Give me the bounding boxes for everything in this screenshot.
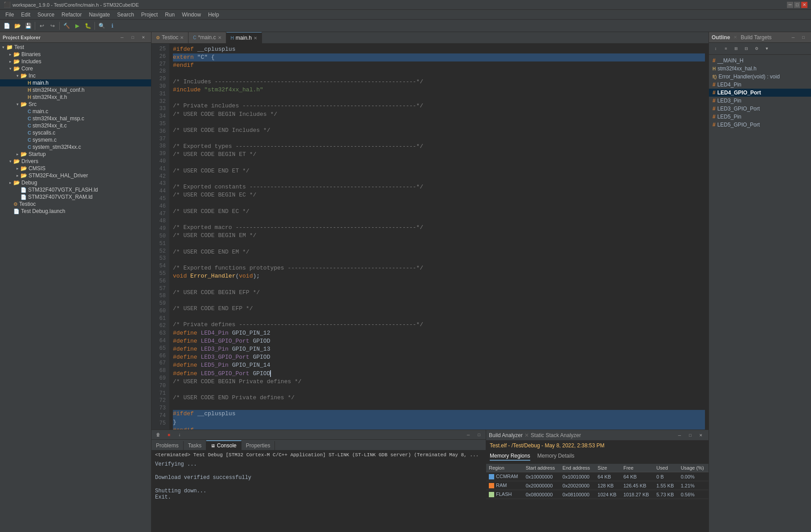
- outline-minimize-button[interactable]: ─: [788, 33, 798, 42]
- pe-maximize-button[interactable]: □: [128, 33, 138, 42]
- open-button[interactable]: 📂: [12, 21, 22, 31]
- code-content[interactable]: #ifdef __cplusplusextern "C" {#endif /* …: [169, 44, 709, 430]
- tree-item-system[interactable]: Csystem_stm32f4xx.c: [0, 143, 151, 151]
- redo-button[interactable]: ↪: [48, 21, 57, 31]
- tree-item-testlaunch[interactable]: 📄Test Debug.launch: [0, 208, 151, 215]
- tab-mainh[interactable]: H main.h ✕: [226, 32, 262, 43]
- tree-item-cmsis[interactable]: ▸📂CMSIS: [0, 165, 151, 172]
- console-maximize-button[interactable]: □: [474, 430, 484, 440]
- tab-properties[interactable]: Properties: [242, 441, 275, 450]
- code-line-31: [173, 94, 705, 102]
- subtab-memory-regions[interactable]: Memory Regions: [490, 452, 530, 461]
- search-toolbar-button[interactable]: 🔍: [97, 21, 106, 31]
- build-button[interactable]: 🔨: [61, 21, 71, 31]
- tab-testioc-close[interactable]: ✕: [180, 35, 184, 40]
- outline-filter-button[interactable]: ≡: [721, 44, 731, 53]
- tree-item-stm32it[interactable]: Cstm32f4xx_it.c: [0, 122, 151, 129]
- outline-sort-button[interactable]: ↕: [711, 44, 721, 53]
- build-targets-tab[interactable]: Build Targets: [741, 34, 771, 41]
- minimize-button[interactable]: ─: [787, 2, 793, 8]
- subtab-memory-details[interactable]: Memory Details: [537, 452, 574, 461]
- outline-item-1[interactable]: Hstm32f4xx_hal.h: [709, 65, 811, 73]
- outline-tab[interactable]: Outline: [712, 34, 730, 41]
- menu-file[interactable]: File: [2, 11, 17, 19]
- console-stop-button[interactable]: ■: [164, 430, 174, 440]
- outline-item-2[interactable]: f()Error_Handler(void) : void: [709, 73, 811, 81]
- tree-item-haldrv[interactable]: ▸📂STM32F4xx_HAL_Driver: [0, 172, 151, 179]
- outline-collapse-button[interactable]: ⊟: [741, 44, 751, 53]
- tree-item-testioc[interactable]: ⚙Testioc: [0, 201, 151, 208]
- tree-item-inc[interactable]: ▾📂Inc: [0, 72, 151, 79]
- title-bar-controls[interactable]: ─ □ ✕: [787, 2, 807, 8]
- outline-item-0[interactable]: #__MAIN_H: [709, 57, 811, 65]
- run-button[interactable]: ▶: [72, 21, 82, 31]
- line-num-45: 45: [153, 195, 166, 203]
- tree-item-mainc[interactable]: Cmain.c: [0, 108, 151, 115]
- outline-item-4[interactable]: #LED4_GPIO_Port: [709, 89, 811, 97]
- outline-item-7[interactable]: #LED5_Pin: [709, 113, 811, 121]
- outline-menu-button[interactable]: ▼: [762, 44, 772, 53]
- tree-item-core[interactable]: ▾📂Core: [0, 65, 151, 72]
- menu-help[interactable]: Help: [205, 11, 223, 19]
- new-file-button[interactable]: 📄: [2, 21, 12, 31]
- tab-mainc-close[interactable]: ✕: [218, 35, 221, 40]
- tree-item-debug[interactable]: ▸📂Debug: [0, 179, 151, 186]
- center-panel: ⚙ Testioc ✕ C *main.c ✕ H main.h ✕ 25262…: [152, 32, 709, 532]
- tree-item-syscalls[interactable]: Csyscalls.c: [0, 129, 151, 136]
- tab-console[interactable]: 🖥 Console: [206, 440, 241, 450]
- build-analyzer-tab[interactable]: Build Analyzer: [489, 432, 523, 438]
- pe-close-button[interactable]: ✕: [139, 33, 148, 42]
- console-scroll-button[interactable]: ↓: [175, 430, 184, 440]
- menu-refactor[interactable]: Refactor: [58, 11, 85, 19]
- tree-item-mainh[interactable]: Hmain.h: [0, 79, 151, 86]
- tree-item-drivers[interactable]: ▾📂Drivers: [0, 158, 151, 165]
- code-editor[interactable]: 2526272829303132333435363738394041424344…: [152, 44, 709, 430]
- outline-maximize-button[interactable]: □: [799, 33, 808, 42]
- tree-item-stm32msp[interactable]: Cstm32f4xx_hal_msp.c: [0, 115, 151, 122]
- tree-item-stm32ith[interactable]: Hstm32f4xx_it.h: [0, 94, 151, 101]
- tree-item-includes[interactable]: ▸📂Includes: [0, 58, 151, 65]
- ba-close-button[interactable]: ✕: [696, 430, 706, 440]
- ba-cell-0-1: 0x20000000: [523, 481, 560, 490]
- ba-minimize-button[interactable]: ─: [675, 430, 684, 440]
- tab-mainh-close[interactable]: ✕: [254, 36, 257, 41]
- undo-button[interactable]: ↩: [37, 21, 47, 31]
- menu-edit[interactable]: Edit: [17, 11, 34, 19]
- console-clear-button[interactable]: 🗑: [153, 430, 163, 440]
- debug-button[interactable]: 🐛: [83, 21, 93, 31]
- close-button[interactable]: ✕: [801, 2, 807, 8]
- tree-item-sysmem[interactable]: Csysmem.c: [0, 136, 151, 143]
- ba-maximize-button[interactable]: □: [685, 430, 695, 440]
- tab-mainc[interactable]: C *main.c ✕: [188, 32, 226, 43]
- tree-item-stm32flash[interactable]: 📄STM32F407VGTX_FLASH.ld: [0, 186, 151, 193]
- tree-item-binaries[interactable]: ▸📂Binaries: [0, 51, 151, 58]
- outline-item-6[interactable]: #LED3_GPIO_Port: [709, 105, 811, 113]
- menu-project[interactable]: Project: [138, 11, 161, 19]
- menu-source[interactable]: Source: [34, 11, 58, 19]
- maximize-button[interactable]: □: [794, 2, 800, 8]
- outline-expand-button[interactable]: ⊞: [731, 44, 741, 53]
- tab-testioc[interactable]: ⚙ Testioc ✕: [152, 32, 188, 43]
- pe-minimize-button[interactable]: ─: [117, 33, 127, 42]
- console-minimize-button[interactable]: ─: [463, 430, 473, 440]
- tree-item-stm32confh[interactable]: Hstm32f4xx_hal_conf.h: [0, 86, 151, 94]
- outline-item-5[interactable]: #LED3_Pin: [709, 97, 811, 105]
- tree-item-src[interactable]: ▾📂Src: [0, 101, 151, 108]
- info-button[interactable]: ℹ: [107, 21, 117, 31]
- menu-search[interactable]: Search: [114, 11, 138, 19]
- tree-item-stm32ram[interactable]: 📄STM32F407VGTX_RAM.ld: [0, 193, 151, 201]
- tree-icon-stm32msp: C: [28, 115, 31, 122]
- tab-tasks[interactable]: Tasks: [184, 441, 207, 450]
- menu-window[interactable]: Window: [178, 11, 205, 19]
- outline-item-3[interactable]: #LED4_Pin: [709, 81, 811, 89]
- outline-item-8[interactable]: #LED5_GPIO_Port: [709, 121, 811, 129]
- app-icon: ⬛: [4, 1, 11, 8]
- tree-item-test[interactable]: ▾📁Test: [0, 44, 151, 51]
- outline-settings-button[interactable]: ⚙: [752, 44, 762, 53]
- menu-navigate[interactable]: Navigate: [85, 11, 113, 19]
- static-stack-tab[interactable]: Static Stack Analyzer: [531, 432, 581, 438]
- tree-item-startup[interactable]: ▸📂Startup: [0, 151, 151, 158]
- save-button[interactable]: 💾: [23, 21, 33, 31]
- tab-problems[interactable]: Problems: [152, 441, 184, 450]
- menu-run[interactable]: Run: [161, 11, 178, 19]
